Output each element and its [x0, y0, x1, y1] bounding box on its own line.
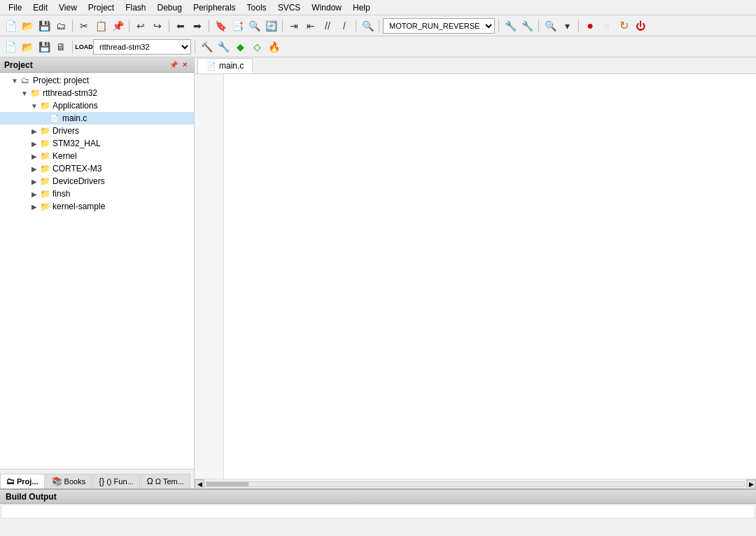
tab-project[interactable]: 🗂 Proj... — [0, 474, 45, 488]
tab-functions[interactable]: {} () Fun... — [92, 474, 140, 488]
project-dropdown[interactable]: rtthread-stm32 — [93, 39, 191, 55]
zoom-button[interactable]: 🔍 — [542, 18, 558, 34]
tree-drivers[interactable]: ▶ 📁 Drivers — [0, 125, 194, 137]
stop-debug-button[interactable]: ● — [582, 18, 598, 34]
bookmark2-button[interactable]: 📑 — [230, 18, 245, 34]
tree-stm32hal[interactable]: ▶ 📁 STM32_HAL — [0, 137, 194, 150]
sep-7 — [379, 20, 379, 32]
outdent-button[interactable]: ⇤ — [303, 18, 318, 34]
project-header-controls: 📌 ✕ — [169, 60, 190, 70]
redo-button[interactable]: ↪ — [150, 18, 165, 34]
save2-button[interactable]: 💾 — [36, 39, 52, 55]
editor-tab-mainc[interactable]: 📄 main.c — [197, 58, 253, 73]
new2-button[interactable]: 📄 — [3, 39, 18, 55]
tab-books-label: Books — [64, 477, 86, 486]
undo-button[interactable]: ↩ — [133, 18, 148, 34]
copy-button[interactable]: 📋 — [93, 18, 108, 34]
menu-flash[interactable]: Flash — [120, 1, 151, 14]
rebuild-button[interactable]: 🔧 — [216, 39, 231, 55]
tab-functions-icon: {} — [99, 477, 104, 486]
code-lines[interactable] — [224, 74, 756, 479]
tree-applications[interactable]: ▼ 📁 Applications — [0, 99, 194, 112]
menu-project[interactable]: Project — [83, 1, 120, 14]
build-output-title: Build Output — [6, 492, 57, 502]
menu-svcs[interactable]: SVCS — [272, 1, 307, 14]
menu-debug[interactable]: Debug — [152, 1, 188, 14]
menu-peripherals[interactable]: Peripherals — [188, 1, 241, 14]
tree-root[interactable]: ▼ 🗂 Project: project — [0, 74, 194, 87]
scroll-thumb — [206, 482, 248, 486]
bookmark4-button[interactable]: 🔄 — [263, 18, 279, 34]
back-button[interactable]: ⬅ — [173, 18, 188, 34]
save-button[interactable]: 💾 — [36, 18, 52, 34]
target-dropdown[interactable]: MOTOR_RUN_REVERSE — [383, 18, 495, 34]
paste-button[interactable]: 📌 — [110, 18, 125, 34]
forward-button[interactable]: ➡ — [190, 18, 205, 34]
tab-templates-label: Ω Tem... — [155, 477, 184, 486]
panel-pin-button[interactable]: 📌 — [169, 60, 178, 70]
scroll-left-button[interactable]: ◀ — [195, 479, 204, 489]
search-files-button[interactable]: 🔍 — [360, 18, 375, 34]
run2-button[interactable]: ↻ — [616, 18, 631, 34]
tab-templates[interactable]: Ω Ω Tem... — [141, 474, 190, 488]
scroll-track[interactable] — [206, 481, 745, 487]
scroll-right-button[interactable]: ▶ — [746, 479, 756, 489]
new-button[interactable]: 📄 — [3, 18, 18, 34]
bookmark3-button[interactable]: 🔍 — [246, 18, 262, 34]
tab-file-icon: 📄 — [206, 62, 216, 71]
cortex-label: CORTEX-M3 — [52, 164, 102, 174]
comment-button[interactable]: // — [320, 18, 335, 34]
root-icon: 🗂 — [20, 75, 31, 86]
tree-cortex[interactable]: ▶ 📁 CORTEX-M3 — [0, 162, 194, 175]
menu-file[interactable]: File — [3, 1, 27, 14]
sep-6 — [356, 20, 356, 32]
manage-button[interactable]: 🔧 — [503, 18, 518, 34]
build-output-content — [1, 505, 755, 519]
settings2-button[interactable]: 🔧 — [519, 18, 535, 34]
horizontal-scrollbar[interactable]: ◀ ▶ — [195, 479, 756, 488]
open2-button[interactable]: 📂 — [20, 39, 35, 55]
devdrivers-expander-icon: ▶ — [29, 176, 39, 186]
green2-button[interactable]: ◇ — [249, 39, 265, 55]
project-title: Project — [4, 60, 33, 70]
flash-button[interactable]: 🔥 — [266, 39, 281, 55]
tree-devdrivers[interactable]: ▶ 📁 DeviceDrivers — [0, 175, 194, 188]
cut-button[interactable]: ✂ — [76, 18, 92, 34]
code-editor[interactable] — [195, 74, 756, 479]
indent-button[interactable]: ⇥ — [286, 18, 302, 34]
menu-window[interactable]: Window — [306, 1, 347, 14]
build-button[interactable]: 🔨 — [199, 39, 214, 55]
device-button[interactable]: 🖥 — [53, 39, 69, 55]
power-button[interactable]: ⏻ — [633, 18, 648, 34]
tree-rtthread[interactable]: ▼ 📁 rtthread-stm32 — [0, 87, 194, 99]
rtthread-expander-icon: ▼ — [20, 88, 29, 98]
menu-help[interactable]: Help — [347, 1, 376, 14]
green1-button[interactable]: ◆ — [232, 39, 248, 55]
load-button[interactable]: LOAD — [76, 39, 92, 55]
tree-finsh[interactable]: ▶ 📁 finsh — [0, 188, 194, 200]
zoom-dropdown-button[interactable]: ▾ — [559, 18, 575, 34]
tree-kernelsample[interactable]: ▶ 📁 kernel-sample — [0, 200, 194, 213]
tab-books-icon: 📚 — [52, 477, 62, 486]
rtthread-label: rtthread-stm32 — [43, 88, 97, 98]
tree-mainc[interactable]: 📄 main.c — [0, 112, 194, 125]
apps-folder-icon: 📁 — [39, 100, 50, 111]
tab-project-label: Proj... — [17, 477, 38, 486]
open-button[interactable]: 📂 — [20, 18, 35, 34]
sep-2 — [129, 20, 130, 32]
kernel-label: Kernel — [52, 151, 77, 161]
menu-view[interactable]: View — [53, 1, 83, 14]
kernel-folder-icon: 📁 — [39, 150, 50, 162]
menu-edit[interactable]: Edit — [27, 1, 53, 14]
panel-close-button[interactable]: ✕ — [180, 60, 190, 70]
pause-button[interactable]: ○ — [599, 18, 615, 34]
uncomment-button[interactable]: / — [337, 18, 352, 34]
bookmark-button[interactable]: 🔖 — [213, 18, 228, 34]
tree-kernel[interactable]: ▶ 📁 Kernel — [0, 150, 194, 162]
tab-books[interactable]: 📚 Books — [46, 474, 92, 488]
save-all-button[interactable]: 🗂 — [53, 18, 69, 34]
project-panel: Project 📌 ✕ ▼ 🗂 Project: project ▼ 📁 rtt… — [0, 57, 195, 488]
sep-9 — [538, 20, 539, 32]
toolbar-1: 📄 📂 💾 🗂 ✂ 📋 📌 ↩ ↪ ⬅ ➡ 🔖 📑 🔍 🔄 ⇥ ⇤ // / 🔍… — [0, 15, 756, 36]
menu-tools[interactable]: Tools — [241, 1, 272, 14]
